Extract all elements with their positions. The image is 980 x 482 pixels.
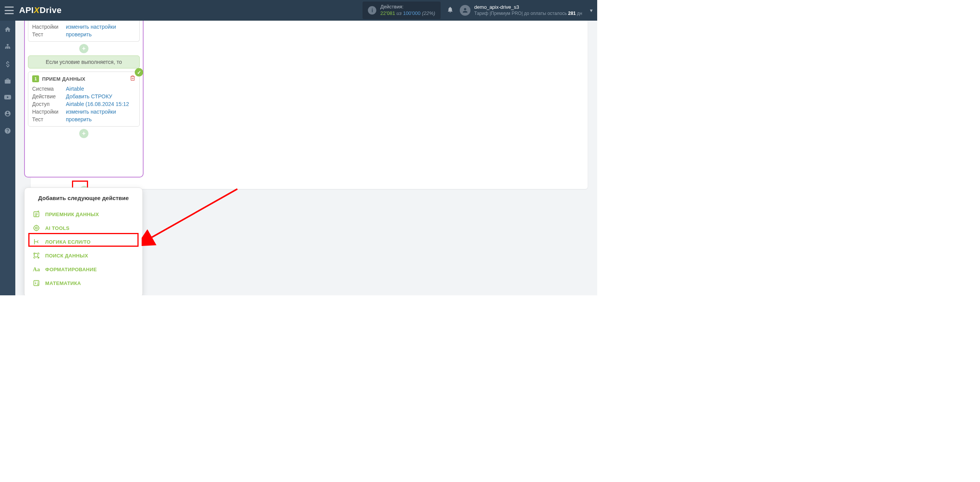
row-label: Тест bbox=[32, 116, 66, 122]
youtube-icon[interactable] bbox=[4, 94, 11, 102]
dollar-icon[interactable] bbox=[5, 60, 10, 69]
actions-counter[interactable]: i Действия: 22'081 из 100'000 (22%) bbox=[363, 2, 440, 19]
chevron-down-icon[interactable]: ▾ bbox=[590, 7, 593, 13]
search-icon bbox=[32, 251, 41, 260]
settings-link[interactable]: изменить настройки bbox=[66, 24, 136, 30]
svg-rect-2 bbox=[7, 47, 8, 49]
popup-label: ЛОГИКА ЕСЛИ/ТО bbox=[45, 239, 91, 245]
popup-item-ai[interactable]: AI TOOLS bbox=[29, 221, 138, 235]
annotation-arrow bbox=[142, 185, 249, 254]
logo-drive: Drive bbox=[39, 5, 62, 15]
popup-item-math[interactable]: МАТЕМАТИКА bbox=[29, 276, 138, 290]
svg-rect-0 bbox=[7, 44, 9, 46]
actions-text: Действия: 22'081 из 100'000 (22%) bbox=[380, 4, 435, 17]
briefcase-icon[interactable] bbox=[4, 78, 11, 86]
logo[interactable]: APIXDrive bbox=[19, 5, 62, 15]
header-right: i Действия: 22'081 из 100'000 (22%) demo… bbox=[363, 2, 593, 19]
sidebar bbox=[0, 21, 15, 295]
logo-x: X bbox=[34, 5, 39, 15]
actions-pct: (22%) bbox=[422, 10, 435, 16]
row-label: Доступ bbox=[32, 101, 66, 107]
user-tariff: Тариф |Премиум PRO| до оплаты осталось 2… bbox=[474, 11, 582, 17]
user-text: demo_apix-drive_s3 Тариф |Премиум PRO| д… bbox=[474, 4, 582, 16]
svg-point-5 bbox=[34, 225, 39, 230]
add-step-button[interactable]: + bbox=[79, 129, 88, 138]
menu-icon[interactable] bbox=[5, 7, 14, 14]
test-link[interactable]: проверить bbox=[66, 31, 136, 37]
popup-label: AI TOOLS bbox=[45, 225, 70, 231]
actions-of: из bbox=[397, 10, 402, 16]
trash-icon[interactable] bbox=[130, 75, 136, 83]
action-popup: Добавить следующее действие ПРИЕМНИК ДАН… bbox=[24, 187, 143, 295]
row-label: Настройки bbox=[32, 109, 66, 115]
branch-icon bbox=[32, 238, 41, 246]
main-area: Настройки изменить настройки Тест провер… bbox=[15, 21, 597, 295]
row-label: Тест bbox=[32, 31, 66, 37]
avatar-icon bbox=[460, 5, 470, 16]
gear-icon bbox=[32, 224, 41, 232]
popup-label: МАТЕМАТИКА bbox=[45, 280, 81, 286]
svg-line-9 bbox=[149, 189, 237, 239]
popup-item-receiver[interactable]: ПРИЕМНИК ДАННЫХ bbox=[29, 207, 138, 221]
svg-point-6 bbox=[36, 227, 38, 229]
home-icon[interactable] bbox=[4, 26, 11, 35]
actions-current: 22'081 bbox=[380, 10, 395, 16]
popup-title: Добавить следующее действие bbox=[29, 195, 138, 201]
settings-link[interactable]: изменить настройки bbox=[66, 109, 136, 115]
list-icon bbox=[32, 210, 41, 218]
row-label: Система bbox=[32, 86, 66, 92]
action-link[interactable]: Добавить СТРОКУ bbox=[66, 93, 136, 99]
flow-container: Настройки изменить настройки Тест провер… bbox=[24, 21, 144, 177]
popup-item-format[interactable]: Aa ФОРМАТИРОВАНИЕ bbox=[29, 262, 138, 276]
row-label: Действие bbox=[32, 93, 66, 99]
popup-label: ПРИЕМНИК ДАННЫХ bbox=[45, 212, 99, 217]
add-step-button[interactable]: + bbox=[79, 44, 88, 53]
popup-item-search[interactable]: ПОИСК ДАННЫХ bbox=[29, 249, 138, 262]
bell-icon[interactable] bbox=[447, 6, 454, 15]
block-card-top: Настройки изменить настройки Тест провер… bbox=[28, 21, 140, 42]
condition-bar: Если условие выполняется, то bbox=[28, 55, 140, 68]
popup-label: ФОРМАТИРОВАНИЕ bbox=[45, 267, 97, 272]
check-icon: ✓ bbox=[135, 68, 143, 77]
popup-item-logic[interactable]: ЛОГИКА ЕСЛИ/ТО bbox=[29, 235, 138, 249]
logo-api: API bbox=[19, 5, 34, 15]
block-card-data: ✓ 1 ПРИЕМ ДАННЫХ Система Airtable Действ… bbox=[28, 72, 140, 127]
text-icon: Aa bbox=[32, 265, 41, 274]
system-link[interactable]: Airtable bbox=[66, 86, 136, 92]
user-name: demo_apix-drive_s3 bbox=[474, 4, 582, 11]
help-icon[interactable] bbox=[4, 127, 11, 136]
popup-label: ПОИСК ДАННЫХ bbox=[45, 253, 88, 259]
svg-rect-1 bbox=[5, 47, 7, 49]
header: APIXDrive i Действия: 22'081 из 100'000 … bbox=[0, 0, 597, 21]
info-icon: i bbox=[368, 6, 376, 15]
sitemap-icon[interactable] bbox=[4, 43, 11, 52]
user-block[interactable]: demo_apix-drive_s3 Тариф |Премиум PRO| д… bbox=[460, 4, 593, 16]
actions-label: Действия: bbox=[380, 4, 435, 10]
svg-point-7 bbox=[34, 253, 38, 257]
block-number: 1 bbox=[32, 75, 39, 82]
svg-rect-3 bbox=[9, 47, 10, 49]
actions-total: 100'000 bbox=[403, 10, 421, 16]
calculator-icon bbox=[32, 279, 41, 287]
block-title: ПРИЕМ ДАННЫХ bbox=[42, 76, 85, 82]
user-icon[interactable] bbox=[4, 110, 11, 119]
row-label: Настройки bbox=[32, 24, 66, 30]
access-link[interactable]: Airtable (16.08.2024 15:12 bbox=[66, 101, 136, 107]
test-link[interactable]: проверить bbox=[66, 116, 136, 122]
